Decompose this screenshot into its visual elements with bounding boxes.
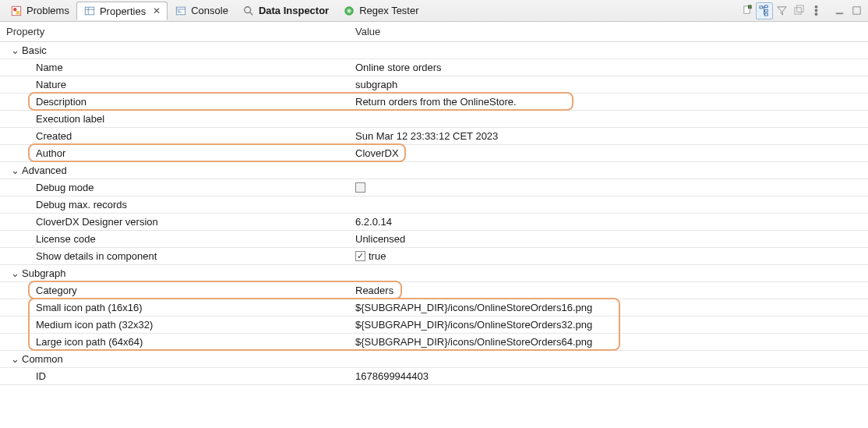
row-show-details[interactable]: Show details in component true xyxy=(0,248,868,265)
row-debug-max-records[interactable]: Debug max. records xyxy=(0,196,868,214)
prop-label: Description xyxy=(36,96,86,108)
prop-value: ${SUBGRAPH_DIR}/icons/OnlineStoreOrders1… xyxy=(355,302,592,313)
tab-label: Console xyxy=(191,5,228,16)
svg-rect-3 xyxy=(85,7,94,15)
chevron-down-icon: ⌄ xyxy=(8,164,22,176)
tree-icon[interactable] xyxy=(756,2,773,19)
chevron-down-icon: ⌄ xyxy=(8,353,22,365)
tab-label: Properties xyxy=(100,5,146,17)
warning-icon xyxy=(10,5,23,17)
svg-rect-20 xyxy=(796,5,803,12)
svg-rect-18 xyxy=(764,13,767,16)
prop-label: Created xyxy=(36,130,72,142)
prop-value: ${SUBGRAPH_DIR}/icons/OnlineStoreOrders6… xyxy=(355,336,592,348)
new-icon[interactable] xyxy=(739,2,756,19)
row-small-icon[interactable]: Small icon path (16x16) ${SUBGRAPH_DIR}/… xyxy=(0,299,868,317)
svg-point-22 xyxy=(815,9,817,12)
group-basic[interactable]: ⌄ Basic xyxy=(0,42,868,59)
chevron-down-icon: ⌄ xyxy=(8,267,22,279)
prop-value: Return orders from the OnlineStore. xyxy=(355,96,517,108)
group-label: Subgraph xyxy=(22,267,65,279)
chevron-down-icon: ⌄ xyxy=(8,44,22,56)
row-id[interactable]: ID 1678699944403 xyxy=(0,368,868,385)
prop-label: ID xyxy=(36,370,46,382)
prop-label: Small icon path (16x16) xyxy=(36,302,143,313)
prop-label: Nature xyxy=(36,79,66,90)
prop-label: Show details in component xyxy=(36,250,157,262)
group-advanced[interactable]: ⌄ Advanced xyxy=(0,162,868,179)
row-execution-label[interactable]: Execution label xyxy=(0,111,868,128)
svg-line-11 xyxy=(250,12,253,15)
row-license-code[interactable]: License code Unlicensed xyxy=(0,231,868,248)
row-designer-version[interactable]: CloverDX Designer version 6.2.0.14 xyxy=(0,214,868,231)
prop-value: ${SUBGRAPH_DIR}/icons/OnlineStoreOrders3… xyxy=(355,319,592,331)
prop-value: true xyxy=(369,250,386,262)
prop-label: Debug mode xyxy=(36,182,94,193)
view-tabs: Problems Properties ✕ Console Data Inspe… xyxy=(0,0,868,22)
row-category[interactable]: Category Readers xyxy=(0,282,868,299)
tab-data-inspector[interactable]: Data Inspector xyxy=(235,2,336,20)
row-debug-mode[interactable]: Debug mode xyxy=(0,179,868,196)
row-author[interactable]: Author CloverDX xyxy=(0,145,868,162)
row-created[interactable]: Created Sun Mar 12 23:33:12 CET 2023 xyxy=(0,128,868,145)
column-header: Property Value xyxy=(0,22,868,42)
prop-value: 6.2.0.14 xyxy=(355,216,392,228)
prop-value: CloverDX xyxy=(355,147,399,159)
svg-point-23 xyxy=(815,13,817,16)
prop-value: Readers xyxy=(355,285,393,296)
filter-icon[interactable] xyxy=(773,2,790,19)
svg-point-1 xyxy=(13,8,16,11)
svg-point-10 xyxy=(245,6,251,12)
prop-label: Author xyxy=(36,147,65,159)
prop-label: CloverDX Designer version xyxy=(36,216,158,228)
svg-rect-25 xyxy=(852,7,859,14)
restore-icon[interactable] xyxy=(790,2,807,19)
tab-label: Problems xyxy=(26,5,69,16)
magnifier-icon xyxy=(242,5,255,17)
tab-regex-tester[interactable]: Regex Tester xyxy=(336,2,425,20)
svg-rect-14 xyxy=(748,5,751,9)
prop-value: subgraph xyxy=(355,79,397,90)
row-nature[interactable]: Nature subgraph xyxy=(0,76,868,94)
header-property: Property xyxy=(0,26,351,37)
prop-value: Unlicensed xyxy=(355,233,405,245)
prop-label: Debug max. records xyxy=(36,199,127,210)
tab-label: Data Inspector xyxy=(259,5,329,16)
tab-properties[interactable]: Properties ✕ xyxy=(76,2,168,20)
properties-tree: ⌄ Basic Name Online store orders Nature … xyxy=(0,42,868,385)
prop-label: Execution label xyxy=(36,113,104,125)
svg-point-21 xyxy=(815,5,817,8)
row-large-icon[interactable]: Large icon path (64x64) ${SUBGRAPH_DIR}/… xyxy=(0,334,868,351)
prop-label: Category xyxy=(36,285,77,296)
properties-icon xyxy=(83,5,96,17)
checkbox-icon[interactable] xyxy=(355,182,365,193)
prop-label: License code xyxy=(36,233,96,245)
svg-rect-16 xyxy=(764,5,767,8)
prop-value: Sun Mar 12 23:33:12 CET 2023 xyxy=(355,130,498,142)
row-medium-icon[interactable]: Medium icon path (32x32) ${SUBGRAPH_DIR}… xyxy=(0,317,868,334)
svg-rect-17 xyxy=(764,10,767,12)
regex-icon xyxy=(343,5,355,17)
header-value: Value xyxy=(351,26,868,37)
tab-console[interactable]: Console xyxy=(168,2,235,20)
menu-icon[interactable] xyxy=(807,2,824,19)
row-description[interactable]: Description Return orders from the Onlin… xyxy=(0,94,868,111)
tab-problems[interactable]: Problems xyxy=(3,2,76,20)
group-label: Advanced xyxy=(22,164,67,176)
minimize-icon[interactable] xyxy=(831,2,848,19)
group-common[interactable]: ⌄ Common xyxy=(0,351,868,368)
prop-value: 1678699944403 xyxy=(355,370,429,382)
group-label: Common xyxy=(22,353,63,365)
close-icon[interactable]: ✕ xyxy=(153,5,161,16)
prop-label: Name xyxy=(36,62,63,73)
svg-rect-2 xyxy=(16,11,19,14)
svg-rect-15 xyxy=(759,6,762,9)
prop-label: Medium icon path (32x32) xyxy=(36,319,153,331)
maximize-icon[interactable] xyxy=(848,2,865,19)
group-label: Basic xyxy=(22,44,47,56)
prop-label: Large icon path (64x64) xyxy=(36,336,143,348)
group-subgraph[interactable]: ⌄ Subgraph xyxy=(0,265,868,282)
checkbox-icon[interactable] xyxy=(355,251,365,261)
row-name[interactable]: Name Online store orders xyxy=(0,59,868,76)
svg-rect-19 xyxy=(794,8,800,14)
